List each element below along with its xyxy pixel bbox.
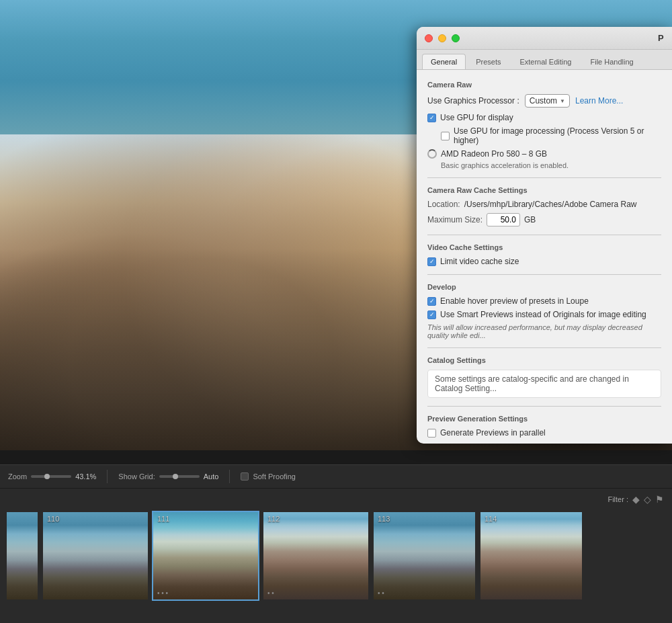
film-item-113[interactable]: 113 • • [372,511,476,601]
film-num-114: 114 [485,515,497,523]
filter-diamond-icon-2[interactable]: ◇ [644,494,651,505]
spinner-icon [427,149,437,159]
grid-value: Auto [204,472,219,481]
max-size-label: Maximum Size: [427,215,482,224]
limit-video-cache-row: Limit video cache size [427,257,661,266]
film-num-113: 113 [378,515,390,523]
dialog-title: P [465,33,664,43]
graphics-processor-row: Use Graphics Processor : Custom ▼ Learn … [427,94,661,108]
film-thumb-110 [43,512,148,599]
film-dots-112: • • [267,589,274,597]
catalog-note: Some settings are catalog-specific and a… [427,370,661,398]
film-num-111: 111 [157,515,169,523]
preferences-dialog: P General Presets External Editing File … [417,27,672,444]
graphics-processor-value: Custom [530,96,557,106]
hover-preview-checkbox[interactable] [427,297,436,306]
smart-previews-checkbox[interactable] [427,310,436,319]
use-gpu-display-label: Use GPU for display [440,113,513,122]
film-num-110: 110 [47,515,59,523]
use-gpu-display-row: Use GPU for display [427,113,661,122]
use-gpu-processing-row: Use GPU for image processing (Process Ve… [441,126,661,145]
film-thumb-112 [263,512,368,599]
use-gpu-processing-checkbox[interactable] [441,132,450,140]
divider-1 [427,177,661,178]
film-dots-113: • • [378,589,384,597]
tab-presets[interactable]: Presets [467,54,509,69]
dropdown-arrow-icon: ▼ [560,98,565,104]
soft-proofing-group: Soft Proofing [241,472,296,481]
smart-previews-row: Use Smart Previews instead of Originals … [427,310,661,319]
film-item-small[interactable] [5,511,39,601]
location-path: /Users/mhp/Library/Caches/Adobe Camera R… [464,200,637,209]
film-num-112: 112 [267,515,280,523]
smart-previews-note: This will allow increased performance, b… [427,323,661,339]
preview-gen-section-header: Preview Generation Settings [427,415,661,423]
hover-preview-label: Enable hover preview of presets in Loupe [440,296,589,306]
filter-label: Filter : [607,495,628,503]
use-gpu-processing-label: Use GPU for image processing (Process Ve… [454,126,661,145]
gpu-status: Basic graphics acceleration is enabled. [441,161,661,169]
zoom-group: Zoom 43.1% [8,472,96,481]
soft-proofing-checkbox[interactable] [241,472,249,481]
film-thumb-small [7,512,38,599]
cache-section-header: Camera Raw Cache Settings [427,186,661,194]
filter-flag-icon[interactable]: ⚑ [655,494,664,505]
divider-5 [427,406,661,407]
max-size-row: Maximum Size: GB [427,213,661,226]
filter-diamond-icon-1[interactable]: ◆ [632,494,640,505]
video-cache-section-header: Video Cache Settings [427,243,661,251]
generate-parallel-checkbox[interactable] [427,429,436,438]
tab-file-handling[interactable]: File Handling [581,54,642,69]
filmstrip-filter: Filter : ◆ ◇ ⚑ [607,494,664,505]
learn-more-link[interactable]: Learn More... [575,96,623,106]
soft-proofing-label: Soft Proofing [253,472,296,481]
graphics-processor-dropdown[interactable]: Custom ▼ [525,94,570,108]
grid-group: Show Grid: Auto [118,472,218,481]
film-item-110[interactable]: 110 [42,511,149,601]
hover-preview-row: Enable hover preview of presets in Loupe [427,296,661,306]
zoom-label: Zoom [8,472,27,481]
tab-bar: General Presets External Editing File Ha… [417,50,672,70]
generate-parallel-label: Generate Previews in parallel [440,428,546,438]
camera-raw-section-header: Camera Raw [427,81,661,89]
toolbar-divider-2 [229,470,230,483]
divider-4 [427,347,661,348]
limit-video-cache-label: Limit video cache size [440,257,519,266]
bottom-toolbar: Zoom 43.1% Show Grid: Auto Soft Proofing [0,464,672,489]
location-label: Location: [427,200,460,209]
zoom-value: 43.1% [75,472,96,481]
maximize-button[interactable] [452,34,460,42]
zoom-slider[interactable] [31,475,71,478]
gpu-info-row: AMD Radeon Pro 580 – 8 GB [427,149,661,159]
location-row: Location: /Users/mhp/Library/Caches/Adob… [427,200,661,209]
tab-general[interactable]: General [422,54,466,69]
smart-previews-label: Use Smart Previews instead of Originals … [440,310,646,319]
film-dots-111: • • • [157,589,168,597]
graphics-processor-label: Use Graphics Processor : [427,96,519,106]
film-item-112[interactable]: 112 • • [262,511,370,601]
film-item-114[interactable]: 114 [479,511,583,601]
gpu-name: AMD Radeon Pro 580 – 8 GB [441,149,547,159]
close-button[interactable] [425,34,433,42]
generate-parallel-row: Generate Previews in parallel [427,428,661,438]
dialog-body: Camera Raw Use Graphics Processor : Cust… [417,70,672,444]
film-thumb-111 [153,512,258,599]
tab-external-editing[interactable]: External Editing [511,54,580,69]
divider-3 [427,274,661,275]
film-thumb-114 [480,512,582,599]
minimize-button[interactable] [438,34,446,42]
film-thumb-113 [374,512,475,599]
max-size-unit: GB [524,215,536,224]
grid-slider[interactable] [159,475,200,478]
use-gpu-display-checkbox[interactable] [427,114,436,122]
limit-video-cache-checkbox[interactable] [427,257,436,266]
toolbar-divider-1 [107,470,108,483]
divider-2 [427,235,661,235]
catalog-section-header: Catalog Settings [427,356,661,364]
max-size-input[interactable] [487,213,520,226]
filmstrip: Filter : ◆ ◇ ⚑ 110 111 • • • 112 • • 113… [0,489,672,623]
dialog-titlebar: P [417,27,672,50]
grid-label: Show Grid: [118,472,155,481]
develop-section-header: Develop [427,283,661,291]
film-item-111[interactable]: 111 • • • [152,511,259,601]
